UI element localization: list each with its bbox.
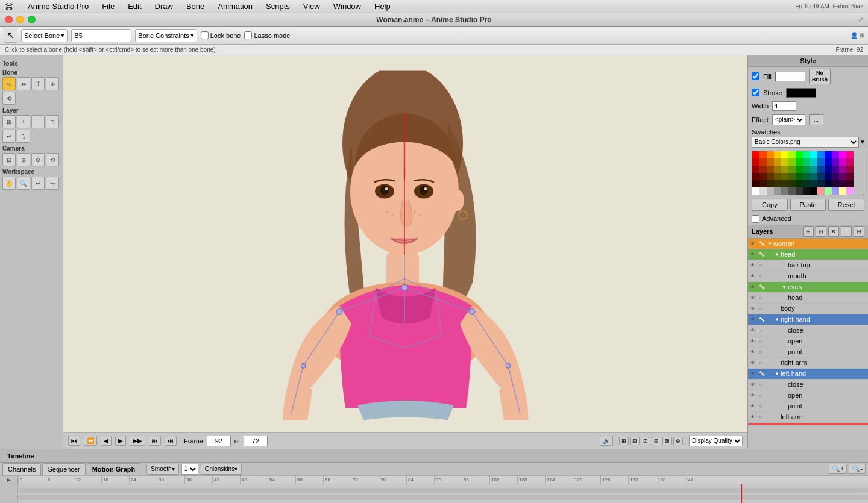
color-cell[interactable] [774, 187, 781, 195]
color-cell[interactable] [839, 173, 846, 180]
expand-button[interactable]: ⤢ [858, 16, 863, 23]
view-btn-4[interactable]: ⊞ [652, 437, 661, 445]
color-cell[interactable] [803, 166, 810, 173]
menu-draw[interactable]: Draw [153, 2, 175, 11]
menu-scripts[interactable]: Scripts [263, 2, 292, 11]
menu-window[interactable]: Window [331, 2, 363, 11]
swatches-dropdown[interactable]: Basic Colors.png [752, 137, 859, 148]
ws-zoom-tool[interactable]: 🔍 [17, 177, 30, 190]
layer-item-point2[interactable]: 👁○point [748, 401, 868, 412]
advanced-checkbox[interactable] [752, 215, 760, 223]
color-cell[interactable] [846, 173, 854, 180]
layer-bend-tool[interactable]: ⊓ [46, 115, 59, 128]
view-btn-3[interactable]: ⊡ [641, 437, 650, 445]
canvas-area[interactable]: ⏮ ⏪ ◀ ▶ ▶▶ ⏮ ⏭ Frame of 🔊 ⊞ ⊟ ⊡ ⊞ [63, 55, 747, 449]
color-cell[interactable] [774, 151, 781, 158]
bone-transform-tool[interactable]: ⇔ [17, 77, 30, 90]
color-cell[interactable] [846, 158, 854, 166]
color-cell[interactable] [817, 166, 825, 173]
color-cell[interactable] [803, 158, 810, 166]
color-cell[interactable] [810, 173, 817, 180]
view-btn-6[interactable]: ⊕ [673, 437, 683, 445]
color-cell[interactable] [767, 151, 774, 158]
color-cell[interactable] [817, 173, 825, 180]
color-cell[interactable] [832, 173, 839, 180]
layers-btn-1[interactable]: ⊞ [803, 226, 814, 237]
copy-button[interactable]: Copy [752, 199, 788, 211]
color-cell[interactable] [810, 166, 817, 173]
layer-item-body[interactable]: 👁○body [748, 304, 868, 314]
color-cell[interactable] [832, 158, 839, 166]
smooth-dropdown[interactable]: Smooth ▾ [146, 464, 178, 475]
color-cell[interactable] [796, 180, 803, 187]
layer-group-tool[interactable]: + [17, 115, 30, 128]
layer-copy-tool[interactable]: ⤵ [17, 130, 30, 143]
close-button[interactable] [5, 16, 13, 23]
color-cell[interactable] [752, 173, 760, 180]
layer-item-head2[interactable]: 👁○head [748, 293, 868, 304]
color-cell[interactable] [817, 158, 825, 166]
cam-pan-tool[interactable]: ⊡ [2, 153, 16, 166]
effect-dropdown[interactable]: <plain> [772, 114, 805, 125]
bone-add-tool[interactable]: ⟲ [2, 92, 16, 105]
color-cell[interactable] [846, 180, 854, 187]
color-cell[interactable] [767, 173, 774, 180]
next-frame-button[interactable]: ▶▶ [130, 436, 145, 446]
color-cell[interactable] [796, 151, 803, 158]
color-cell[interactable] [788, 187, 796, 195]
layer-item-open[interactable]: 👁○open [748, 336, 868, 347]
layer-item-open2[interactable]: 👁○open [748, 390, 868, 401]
fill-color-swatch[interactable] [775, 72, 805, 81]
color-cell[interactable] [825, 180, 832, 187]
color-cell[interactable] [796, 173, 803, 180]
layer-add-tool[interactable]: ⊞ [2, 115, 16, 128]
view-btn-2[interactable]: ⊟ [630, 437, 640, 445]
smooth-value-dropdown[interactable]: 1 [181, 464, 198, 475]
color-cell[interactable] [839, 166, 846, 173]
effect-settings-button[interactable]: ... [809, 114, 823, 125]
expand-icon[interactable]: ▼ [775, 317, 781, 322]
lasso-mode-checkbox[interactable] [244, 31, 252, 39]
layer-item-hair_top[interactable]: 👁○hair top [748, 260, 868, 271]
color-cell[interactable] [781, 158, 788, 166]
layer-item-close2[interactable]: 👁○close [748, 380, 868, 390]
paste-button[interactable]: Paste [790, 199, 826, 211]
layer-item-head[interactable]: 👁🦴▼head [748, 249, 868, 260]
color-cell[interactable] [781, 180, 788, 187]
prev-keyframe-button[interactable]: ⏮ [149, 436, 161, 446]
expand-icon[interactable]: ▼ [782, 284, 788, 290]
volume-button[interactable]: 🔊 [600, 436, 613, 446]
color-cell[interactable] [752, 166, 760, 173]
layer-move-tool[interactable]: ↩ [2, 130, 16, 143]
select-bone-dropdown[interactable]: Select Bone ▾ [21, 29, 68, 42]
color-cell[interactable] [817, 180, 825, 187]
color-cell[interactable] [825, 151, 832, 158]
bone-ik-tool[interactable]: ⤴ [31, 77, 45, 90]
next-keyframe-button[interactable]: ⏭ [165, 436, 177, 446]
color-cell[interactable] [752, 151, 760, 158]
color-cell[interactable] [817, 187, 825, 195]
layers-btn-2[interactable]: ⊡ [816, 226, 826, 237]
color-cell[interactable] [788, 173, 796, 180]
zoom-in-timeline[interactable]: 🔍+ [829, 464, 847, 474]
color-cell[interactable] [839, 151, 846, 158]
color-cell[interactable] [788, 158, 796, 166]
cam-zoom-tool[interactable]: ⊕ [17, 153, 30, 166]
layers-btn-3[interactable]: ✕ [828, 226, 839, 237]
layer-item-right_arm[interactable]: 👁○right arm [748, 358, 868, 369]
color-cell[interactable] [810, 151, 817, 158]
color-cell[interactable] [810, 187, 817, 195]
reset-button[interactable]: Reset [828, 199, 864, 211]
menu-bone[interactable]: Bone [184, 2, 207, 11]
color-cell[interactable] [846, 187, 854, 195]
layer-item-woman[interactable]: 👁🦴▼woman [748, 239, 868, 249]
menu-view[interactable]: View [301, 2, 322, 11]
color-cell[interactable] [781, 173, 788, 180]
color-cell[interactable] [767, 180, 774, 187]
view-btn-5[interactable]: ⊠ [662, 437, 672, 445]
layer-item-hair_back[interactable]: 👁○hair back [748, 423, 868, 425]
color-cell[interactable] [846, 166, 854, 173]
color-cell[interactable] [839, 158, 846, 166]
layer-item-eyes[interactable]: 👁🦴▼eyes [748, 282, 868, 293]
color-cell[interactable] [810, 180, 817, 187]
